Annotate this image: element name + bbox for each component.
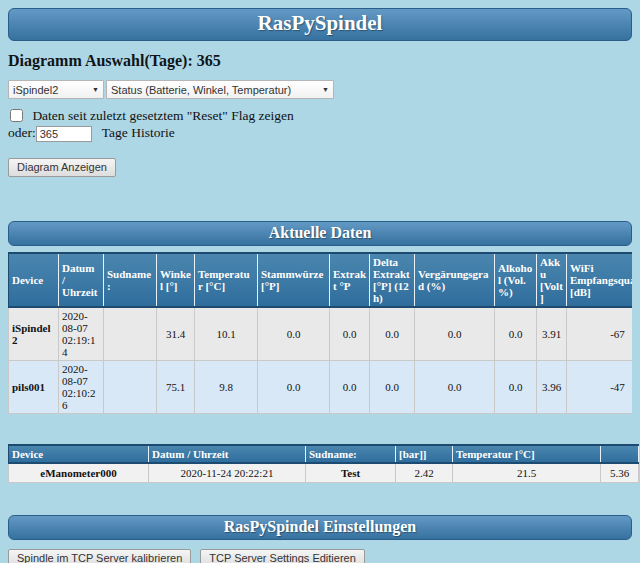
table-cell: 0.0 [495,307,537,361]
spindel-table-body: iSpindel22020-08-07 02:19:1431.410.10.00… [9,307,633,414]
table-header-cell: [bar]] [396,445,453,463]
manometer-table-body: eManometer0002020-11-24 20:22:21Test2.42… [9,463,639,483]
tcp-server-settings-button[interactable]: TCP Server Settings Editieren [200,549,365,563]
table-cell: 2020-11-24 20:22:21 [149,463,306,483]
spindel-table-container: DeviceDatum / UhrzeitSudname:Winkel [°]T… [8,252,632,414]
reset-flag-checkbox[interactable] [10,109,23,122]
table-header-cell: Stammwürze [°P] [258,253,330,307]
table-header-cell: Sudname: [306,445,396,463]
manometer-table-header-row: DeviceDatum / UhrzeitSudname:[bar]]Tempe… [9,445,639,463]
table-header-cell: Alkohol (Vol. %) [495,253,537,307]
table-header-cell: Akku [Volt] [537,253,567,307]
table-cell [104,307,157,361]
table-cell: 0.0 [330,307,370,361]
table-cell: 0.0 [370,307,415,361]
table-header-cell: Winkel [°] [157,253,195,307]
table-cell: 3.91 [537,307,567,361]
table-cell: iSpindel2 [9,307,59,361]
table-header-cell: WiFi Empfangsqualität [dB] [567,253,633,307]
chart-type-select[interactable]: Status (Batterie, Winkel, Temperatur) [106,80,334,99]
table-cell: 21.5 [453,463,601,483]
show-diagram-row: Diagram Anzeigen [8,158,632,177]
device-select[interactable]: iSpindel2 [8,80,104,99]
table-cell: 2.42 [396,463,453,483]
diagram-controls: iSpindel2Status (Batterie, Winkel, Tempe… [8,80,632,177]
table-cell: 0.0 [415,360,495,413]
table-header-cell: Datum / Uhrzeit [59,253,104,307]
history-days-row: oder:Tage Historie [8,125,632,142]
show-diagram-button[interactable]: Diagram Anzeigen [8,158,116,177]
table-cell: 0.0 [370,360,415,413]
page-title: RasPySpindel [8,8,632,41]
spindel-table-header-row: DeviceDatum / UhrzeitSudname:Winkel [°]T… [9,253,633,307]
reset-flag-label: Daten seit zuletzt gesetztem "Reset" Fla… [32,108,293,123]
table-cell: 9.8 [195,360,258,413]
table-header-cell: Device [9,445,149,463]
table-header-cell: Temperatur [°C] [195,253,258,307]
table-cell: 0.0 [415,307,495,361]
table-cell: 0.0 [330,360,370,413]
table-cell: 0.0 [258,360,330,413]
table-cell: eManometer000 [9,463,149,483]
table-header-cell: Sudname: [104,253,157,307]
table-cell: 31.4 [157,307,195,361]
table-header-cell: Datum / Uhrzeit [149,445,306,463]
table-row: iSpindel22020-08-07 02:19:1431.410.10.00… [9,307,633,361]
current-data-heading: Aktuelle Daten [8,221,632,246]
reset-flag-row: Daten seit zuletzt gesetztem "Reset" Fla… [8,108,632,124]
table-cell: 0.0 [258,307,330,361]
table-cell: Test [306,463,396,483]
table-header-cell: Device [9,253,59,307]
manometer-table: DeviceDatum / UhrzeitSudname:[bar]]Tempe… [8,444,639,484]
table-cell: 75.1 [157,360,195,413]
history-days-input[interactable] [36,126,92,142]
table-cell: pils001 [9,360,59,413]
table-header-cell: Extrakt °P [330,253,370,307]
chart-type-select-wrapper: Status (Batterie, Winkel, Temperatur) [106,80,334,99]
table-header-cell: Delta Extrakt [°P] (12 h) [370,253,415,307]
table-cell [104,360,157,413]
calibrate-spindle-button[interactable]: Spindle im TCP Server kalibrieren [8,549,191,563]
device-select-wrapper: iSpindel2 [8,80,104,99]
oder-label: oder: [8,125,36,140]
settings-buttons-row: Spindle im TCP Server kalibrieren TCP Se… [8,548,632,563]
table-cell: -47 [567,360,633,413]
diagram-selection-heading: Diagramm Auswahl(Tage): 365 [8,52,632,70]
table-row: pils0012020-08-07 02:10:2675.19.80.00.00… [9,360,633,413]
table-cell: 5.36 [601,463,639,483]
table-cell: 2020-08-07 02:19:14 [59,307,104,361]
spindel-table: DeviceDatum / UhrzeitSudname:Winkel [°]T… [8,252,632,414]
table-cell: 10.1 [195,307,258,361]
table-cell: 0.0 [495,360,537,413]
history-days-suffix: Tage Historie [102,125,175,140]
table-header-cell [601,445,639,463]
table-header-cell: Vergärungsgrad (%) [415,253,495,307]
table-cell: 2020-08-07 02:10:26 [59,360,104,413]
table-row: eManometer0002020-11-24 20:22:21Test2.42… [9,463,639,483]
table-cell: 3.96 [537,360,567,413]
settings-heading: RasPySpindel Einstellungen [8,515,632,540]
table-header-cell: Temperatur [°C] [453,445,601,463]
table-cell: -67 [567,307,633,361]
